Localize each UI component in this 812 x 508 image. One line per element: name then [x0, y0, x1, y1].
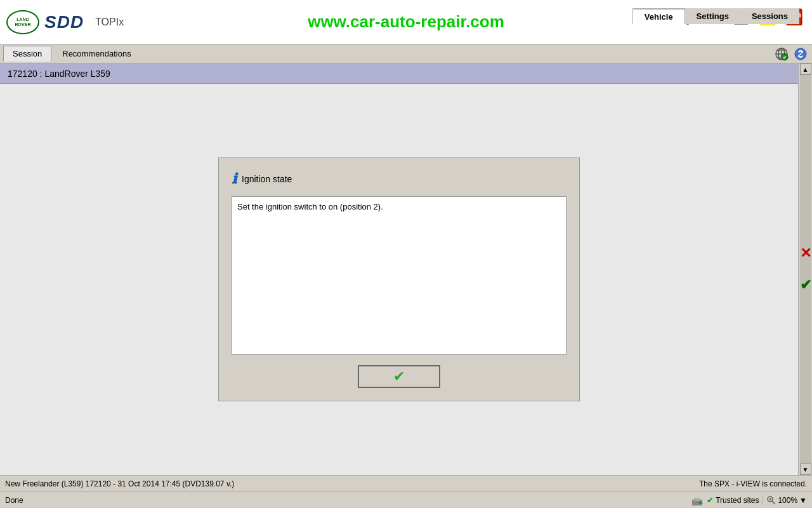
right-actions: ✕ ✔: [800, 75, 811, 464]
status-right: The SPX - i-VIEW is connected.: [699, 479, 807, 488]
app-header: LANDROVER SDD TOPIx www.car-auto-repair.…: [0, 0, 812, 44]
ie-network-icon: [691, 495, 703, 506]
dialog-title: ℹ Ignition state: [232, 171, 566, 187]
vehicle-title: 172120 : LandRover L359: [8, 69, 110, 79]
zoom-icon: [767, 496, 776, 505]
zoom-level: 100%: [778, 496, 797, 505]
connection-status-text: The SPX - i-VIEW is connected.: [699, 479, 807, 488]
divider: [763, 495, 763, 505]
dialog-box: ℹ Ignition state Set the ignition switch…: [218, 157, 580, 401]
vehicle-nav-button[interactable]: Vehicle: [632, 8, 685, 24]
ie-statusbar: Done ✔ Trusted sites 100% ▼: [0, 491, 812, 508]
network-icon[interactable]: ✔: [773, 46, 790, 62]
dialog-btn-row: ✔: [232, 365, 566, 388]
svg-line-49: [772, 501, 775, 504]
tab-icons-right: ✔: [773, 46, 809, 62]
confirm-action-icon[interactable]: ✔: [800, 277, 811, 293]
confirm-button[interactable]: ✔: [358, 365, 440, 388]
dialog-area: ℹ Ignition state Set the ignition switch…: [0, 84, 798, 475]
zoom-arrow: ▼: [799, 496, 807, 505]
ie-bar-right: ✔ Trusted sites 100% ▼: [691, 495, 807, 506]
dialog-title-text: Ignition state: [242, 174, 292, 184]
statusbar: New Freelander (L359) 172120 - 31 Oct 20…: [0, 475, 812, 491]
sdd-logo: SDD: [44, 12, 84, 32]
dialog-content: Set the ignition switch to on (position …: [232, 196, 566, 355]
tabbar: Session Recommendations ✔: [0, 44, 812, 64]
logo-area: LANDROVER SDD TOPIx: [6, 10, 124, 34]
refresh-icon[interactable]: [792, 46, 809, 62]
settings-nav-button[interactable]: Settings: [685, 8, 740, 24]
right-panel: ▲ ✕ ✔ ▼: [798, 64, 812, 475]
header-icons: Vehicle Settings Sessions: [676, 5, 806, 28]
trusted-check-icon: ✔: [707, 495, 714, 505]
sessions-nav-button[interactable]: Sessions: [740, 8, 799, 24]
dialog-instruction: Set the ignition switch to on (position …: [237, 202, 383, 211]
trusted-sites-label: Trusted sites: [716, 496, 759, 505]
session-tab[interactable]: Session: [3, 46, 51, 62]
main-content: 172120 : LandRover L359 ℹ Ignition state…: [0, 64, 812, 475]
recommendations-tab[interactable]: Recommendations: [53, 46, 140, 62]
trusted-sites-area: ✔ Trusted sites: [707, 495, 759, 505]
land-rover-logo: LANDROVER: [6, 10, 39, 34]
cancel-action-icon[interactable]: ✕: [800, 245, 811, 262]
topix-label[interactable]: TOPIx: [95, 17, 124, 28]
ie-done-label: Done: [5, 496, 23, 505]
vehicle-header: 172120 : LandRover L359: [0, 64, 798, 84]
scroll-up-arrow[interactable]: ▲: [800, 64, 811, 75]
zoom-area[interactable]: 100% ▼: [767, 496, 807, 505]
info-icon: ℹ: [232, 171, 237, 187]
nav-buttons: Vehicle Settings Sessions: [632, 8, 799, 24]
svg-rect-46: [696, 496, 698, 498]
confirm-checkmark: ✔: [393, 368, 405, 385]
svg-text:✔: ✔: [783, 55, 787, 60]
session-status-text: New Freelander (L359) 172120 - 31 Oct 20…: [5, 479, 234, 488]
website-title: www.car-auto-repair.com: [308, 12, 504, 32]
content-pane: 172120 : LandRover L359 ℹ Ignition state…: [0, 64, 798, 475]
scroll-down-arrow[interactable]: ▼: [800, 464, 811, 475]
